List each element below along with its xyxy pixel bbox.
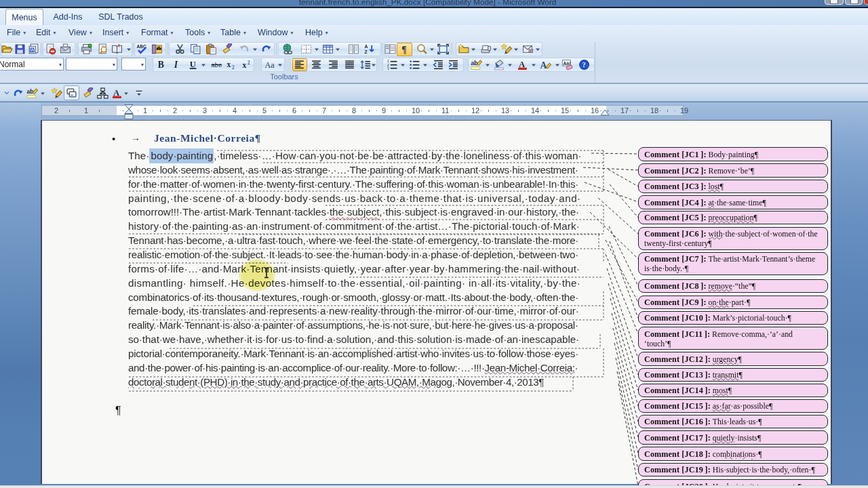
svg-text:A: A xyxy=(540,60,547,70)
svg-text:3: 3 xyxy=(387,67,389,70)
svg-text:W: W xyxy=(31,47,35,52)
svg-text:B: B xyxy=(158,60,164,70)
svg-text:ab: ab xyxy=(27,88,34,95)
svg-text:?: ? xyxy=(583,61,586,68)
svg-text:x: x xyxy=(243,61,247,70)
svg-text:U: U xyxy=(190,60,196,69)
svg-text:A: A xyxy=(519,60,525,69)
svg-text:¶: ¶ xyxy=(401,45,406,55)
svg-text:Z: Z xyxy=(365,49,368,54)
svg-text:x: x xyxy=(227,60,231,69)
svg-text:2: 2 xyxy=(232,64,235,70)
svg-text:2: 2 xyxy=(248,60,250,66)
svg-text:A: A xyxy=(365,44,368,49)
svg-text:ab: ab xyxy=(471,60,478,66)
svg-text:I: I xyxy=(174,60,178,70)
svg-text:A: A xyxy=(113,88,119,98)
svg-text:Aa: Aa xyxy=(265,60,275,70)
svg-text:1: 1 xyxy=(387,60,389,63)
svg-text:Aa!: Aa! xyxy=(564,61,571,66)
svg-text:2: 2 xyxy=(387,64,389,67)
